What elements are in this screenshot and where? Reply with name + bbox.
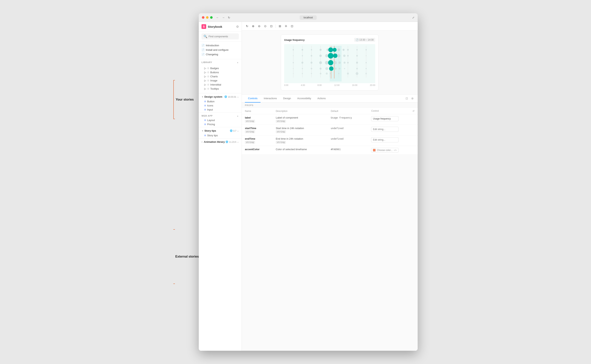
zoom-in-button[interactable]: ⊕ [251, 23, 256, 29]
minimize-traffic-light[interactable] [206, 16, 209, 19]
props-header: PROPS [242, 103, 418, 108]
prop-control-endtime [368, 135, 418, 146]
sidebar-item-pricing[interactable]: ⊞ Pricing [199, 122, 242, 126]
zoom-reset-button[interactable]: ⊙ [263, 23, 268, 29]
library-section-header[interactable]: LIBRARY ▲ [199, 60, 242, 65]
svg-point-54 [335, 68, 337, 70]
sidebar-item-introduction[interactable]: 📄 Introduction [199, 43, 242, 48]
sidebar-item-story-tips[interactable]: ⊞ Story tips [199, 133, 242, 137]
animation-library-version: 11.23.5 [229, 141, 236, 143]
zoom-out-button[interactable]: ⊖ [257, 23, 262, 29]
search-box: 🔍 / [199, 32, 242, 42]
svg-point-40 [325, 61, 329, 65]
web-app-header[interactable]: WEB APP ▲ [199, 113, 242, 118]
svg-point-12 [293, 49, 294, 50]
sidebar-item-buttons[interactable]: ▷ ⊡ Buttons [199, 70, 242, 74]
endtime-input[interactable] [371, 137, 398, 142]
search-wrap[interactable]: 🔍 / [201, 33, 239, 39]
folder-icon-5: ▷ [204, 83, 206, 86]
toolbar-divider [276, 24, 276, 28]
svg-point-50 [311, 68, 312, 69]
svg-point-34 [356, 55, 358, 56]
panel-toggle-button[interactable]: ⊡ [405, 96, 409, 101]
svg-point-46 [356, 62, 358, 64]
refresh-preview-button[interactable]: ↻ [245, 23, 250, 29]
story-tips-collapse-icon: ▼ [201, 130, 204, 132]
color-swatch [373, 149, 376, 151]
story-tips-header[interactable]: ▼ Story tips 🌐 0.7 ⌄ [199, 128, 242, 133]
al-chevron: ⌄ [237, 141, 239, 143]
refresh-button[interactable]: ↻ [227, 16, 231, 20]
sidebar-item-interstitial[interactable]: ▷ ⊡ Interstitial [199, 83, 242, 87]
split-button[interactable]: ⊡ [289, 23, 295, 29]
animation-library-header[interactable]: ▷ Animation library 🌐 11.23.5 ⌄ [199, 139, 242, 144]
sidebar-item-button[interactable]: ⊞ Button [199, 99, 242, 104]
panel-close-button[interactable]: ⊗ [410, 96, 415, 101]
doc-icon: 📄 [201, 44, 205, 47]
charts-label: Charts [210, 75, 218, 78]
svg-point-24 [293, 55, 294, 56]
tooltips-label: Tooltips [210, 87, 219, 90]
prop-control-starttime [368, 125, 418, 135]
grid-button[interactable]: ⊞ [277, 23, 283, 29]
animation-library-badge: 🌐 11.23.5 ⌄ [226, 141, 239, 143]
sidebar-item-input[interactable]: ⊞ Input [199, 108, 242, 112]
svg-point-41 [328, 60, 333, 65]
measure-button[interactable]: ✛ [283, 23, 289, 29]
label-input[interactable] [371, 116, 398, 121]
sidebar-item-layout[interactable]: ⊞ Layout [199, 118, 242, 122]
search-input[interactable] [209, 35, 241, 38]
svg-point-28 [325, 54, 328, 57]
svg-point-30 [333, 53, 337, 58]
divider-5 [199, 138, 242, 138]
x-label-12: 12:00 [334, 84, 340, 86]
maximize-traffic-light[interactable] [210, 16, 213, 19]
design-system-header[interactable]: ▼ Design system 🌐 10.03.01 ⌄ [199, 94, 242, 99]
tab-design[interactable]: Design [280, 95, 294, 103]
starttime-input[interactable] [371, 127, 398, 132]
sidebar-item-icons[interactable]: ⊞ Icons [199, 104, 242, 108]
sidebar-item-badges[interactable]: ▷ ⊡ Badges [199, 66, 242, 70]
url-bar[interactable]: localhost [300, 15, 317, 20]
sidebar-item-image[interactable]: ▷ ⊡ Image [199, 78, 242, 83]
sidebar-item-charts[interactable]: ▷ ⊡ Charts [199, 74, 242, 78]
prop-desc-accentcolor: Color of selected timeframe [273, 146, 328, 155]
doc-icon-2: 📄 [201, 48, 205, 51]
changelog-label: Changelog [206, 53, 218, 56]
fullscreen-button[interactable]: ⊡ [269, 23, 274, 29]
divider-3 [199, 112, 242, 113]
image-icon: ⊡ [207, 79, 209, 82]
color-picker-control[interactable]: Choose color... </> [371, 148, 398, 153]
sidebar-logo: S Storybook [201, 24, 222, 29]
titlebar-nav-controls: ← → ↻ [216, 16, 231, 20]
prop-name-label: label string [242, 114, 273, 125]
tab-accessibility[interactable]: Accessibility [294, 95, 314, 103]
controls-table: Name Description Default Control ↺ [242, 108, 418, 155]
svg-point-19 [338, 48, 340, 51]
tooltips-icon: ⊡ [207, 87, 209, 90]
prop-control-label [368, 114, 418, 125]
sidebar-item-install[interactable]: 📄 Install and configure [199, 48, 242, 52]
sidebar-item-tooltips[interactable]: ▷ ⊡ Tooltips [199, 87, 242, 91]
tab-controls[interactable]: Controls [245, 95, 260, 103]
ds-icon-3: ⊞ [204, 108, 206, 111]
svg-point-59 [293, 73, 294, 74]
svg-point-42 [334, 61, 337, 64]
svg-point-43 [339, 62, 341, 64]
forward-button[interactable]: → [222, 16, 225, 20]
titlebar: ← → ↻ localhost ⤢ [199, 13, 418, 22]
folder-icon-4: ▷ [204, 79, 206, 82]
close-traffic-light[interactable] [202, 16, 204, 19]
toolbar: ↻ ⊕ ⊖ ⊙ ⊡ ⊞ ✛ ⊡ [242, 22, 418, 31]
settings-button[interactable]: ⚙ [236, 25, 239, 28]
svg-point-52 [325, 67, 328, 70]
tab-interactions[interactable]: Interactions [260, 95, 280, 103]
back-button[interactable]: ← [216, 16, 219, 20]
external-link-button[interactable]: ⤢ [412, 16, 415, 19]
logo-text: Storybook [208, 25, 222, 28]
st-icon-1: ⊞ [204, 134, 206, 137]
sidebar-item-changelog[interactable]: 📄 Changelog [199, 52, 242, 57]
color-code-button[interactable]: </> [394, 149, 397, 151]
tab-actions[interactable]: Actions [314, 95, 329, 103]
reset-all-button[interactable]: ↺ [412, 110, 415, 112]
